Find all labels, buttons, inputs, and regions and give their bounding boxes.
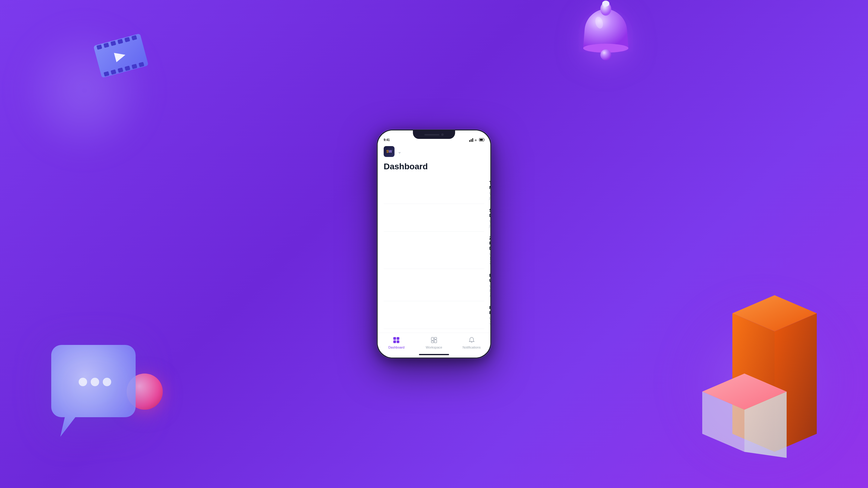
svg-rect-37	[431, 341, 434, 343]
deck-list[interactable]: TeamMeeting 🤝 Team Meeting Updated just …	[378, 176, 490, 332]
camera	[441, 133, 444, 136]
home-indicator	[378, 352, 490, 358]
svg-point-21	[103, 378, 111, 386]
app-header: SW ⌄	[378, 144, 490, 161]
deck-updated-pitch-deck: Updated 14. Sep 2021	[489, 252, 490, 265]
nav-label-dashboard: Dashboard	[388, 346, 404, 349]
chevron-icon: ⌄	[398, 149, 401, 155]
svg-rect-39	[434, 340, 437, 343]
deck-item-sales-deck[interactable]: SalesDeck Sales Deck Updated just now	[384, 204, 484, 232]
phone-frame: 9:41 ≋ SW	[377, 130, 491, 358]
deck-info-board-update: Board Update Updated 8. Aug 2021	[489, 272, 490, 297]
deck-info-sales-deck: Sales Deck Updated just now	[489, 207, 490, 228]
deck-name-sales-deck: Sales Deck	[489, 207, 490, 218]
nav-item-notifications[interactable]: Notifications	[453, 336, 490, 349]
deck-item-pitch-deck[interactable]: 2022Pitch Deck 2021 Pitch Deck Updated 1…	[384, 232, 484, 269]
deck-info-promoting-promoters: Promoting Promoters Updated 3. Jul 2021	[489, 305, 490, 325]
svg-rect-35	[484, 139, 484, 140]
app-logo[interactable]: SW	[384, 146, 395, 157]
nav-label-notifications: Notifications	[463, 346, 481, 349]
notifications-icon	[467, 336, 476, 344]
deck-item-promoting-promoters[interactable]: PromotingPromoters 🧑 Promoting Promoters…	[384, 301, 484, 329]
svg-text:9:41: 9:41	[384, 138, 390, 141]
chat-bubble-decoration	[36, 337, 151, 452]
deck-info-pitch-deck: 2021 Pitch Deck Updated 14. Sep 2021	[489, 235, 490, 265]
status-icons: ≋	[469, 138, 484, 142]
svg-rect-34	[480, 139, 483, 141]
blocks-decoration	[693, 289, 844, 470]
deck-updated-sales-deck: Updated just now	[489, 219, 490, 228]
svg-rect-30	[471, 139, 472, 142]
nav-item-workspace[interactable]: Workspace	[415, 336, 453, 349]
deck-updated-board-update: Updated 8. Aug 2021	[489, 284, 490, 297]
phone-wrapper: 9:41 ≋ SW	[377, 130, 491, 358]
deck-item-team-meeting[interactable]: TeamMeeting 🤝 Team Meeting Updated just …	[384, 176, 484, 204]
deck-name-pitch-deck: 2021 Pitch Deck	[489, 235, 490, 251]
speaker	[424, 134, 439, 135]
svg-point-19	[79, 378, 87, 386]
phone-screen: 9:41 ≋ SW	[378, 130, 490, 358]
svg-rect-38	[434, 337, 437, 339]
deck-info-team-meeting: Team Meeting Updated just now	[489, 180, 490, 200]
bell-decoration	[572, 0, 651, 84]
svg-point-20	[91, 378, 99, 386]
phone-notch	[413, 130, 455, 139]
svg-point-1	[602, 1, 610, 7]
deck-item-cloud[interactable]: All-in onCloud ☁️ All-in on Cloud Update…	[384, 329, 484, 332]
bottom-nav: Dashboard Workspace	[378, 332, 490, 352]
svg-text:≋: ≋	[474, 138, 477, 142]
deck-name-promoting-promoters: Promoting Promoters	[489, 305, 490, 315]
dashboard-icon	[392, 336, 401, 344]
deck-item-board-update[interactable]: BoardUpdate ⚡ Board Update Updated 8. Au…	[384, 269, 484, 301]
svg-point-3	[600, 50, 611, 60]
svg-rect-31	[472, 138, 473, 142]
svg-rect-36	[431, 337, 434, 340]
workspace-icon	[430, 336, 438, 344]
time-display: 9:41	[384, 138, 396, 142]
nav-label-workspace: Workspace	[426, 346, 442, 349]
page-title: Dashboard	[384, 162, 484, 171]
deck-updated-promoting-promoters: Updated 3. Jul 2021	[489, 316, 490, 325]
svg-rect-29	[469, 140, 470, 142]
deck-name-board-update: Board Update	[489, 272, 490, 283]
page-title-area: Dashboard	[378, 161, 490, 176]
deck-name-team-meeting: Team Meeting	[489, 180, 490, 190]
home-bar	[419, 354, 449, 355]
nav-item-dashboard[interactable]: Dashboard	[378, 336, 415, 349]
deck-updated-team-meeting: Updated just now	[489, 191, 490, 200]
